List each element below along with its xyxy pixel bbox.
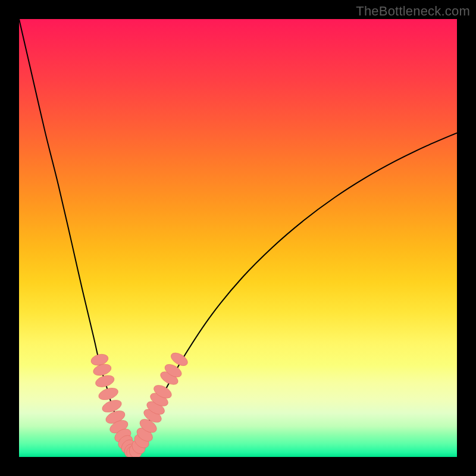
chart-svg [19,19,457,457]
watermark-text: TheBottleneck.com [356,4,470,19]
chart-frame: TheBottleneck.com [0,0,476,476]
highlight-marker [94,373,115,389]
plot-area [19,19,457,457]
curve-right-branch [133,133,457,457]
highlight-markers [90,350,190,457]
highlight-marker [97,386,120,402]
